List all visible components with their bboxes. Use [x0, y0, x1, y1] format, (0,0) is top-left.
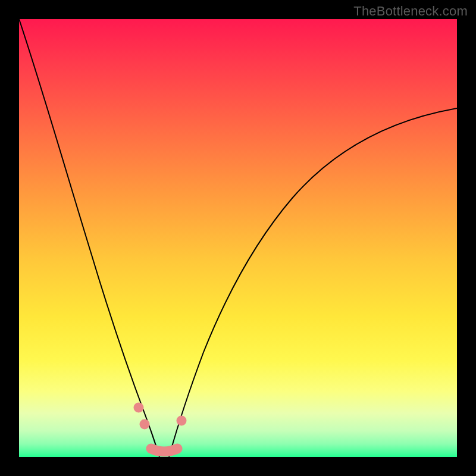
valley-segment-marker [151, 449, 177, 452]
chart-frame: TheBottleneck.com [0, 0, 476, 476]
left-curve [19, 19, 159, 457]
left-bead-lower-marker [140, 419, 150, 430]
right-bead-upper-marker [177, 416, 187, 426]
plot-area [19, 19, 457, 457]
right-curve [169, 108, 457, 457]
left-bead-upper-marker [134, 403, 144, 413]
curves-svg [19, 19, 457, 457]
valley-markers [134, 403, 187, 452]
watermark-text: TheBottleneck.com [353, 4, 468, 19]
